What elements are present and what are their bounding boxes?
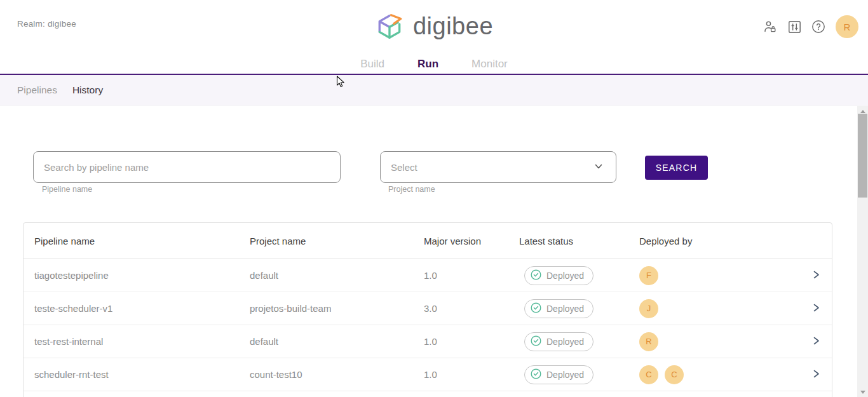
chevron-right-icon [811,270,821,281]
subnav-item-pipelines[interactable]: Pipelines [17,84,57,96]
deployed-by-cell: F [639,266,802,285]
status-label: Deployed [546,271,584,281]
deployer-avatar: C [639,365,658,384]
project-name-helper: Project name [388,185,435,194]
project-name-cell: default [250,336,424,347]
main-nav: Build Run Monitor [0,58,868,71]
check-circle-icon [531,269,541,282]
pipeline-name-helper: Pipeline name [42,185,92,194]
check-circle-icon [531,302,541,315]
deployer-avatar: J [639,299,658,318]
deployed-by-cell: CC [639,365,802,384]
table-row[interactable]: test-rest-internal default 1.0 Deployed … [24,325,832,358]
pipeline-name-cell: tiagotestepipeline [34,270,250,281]
tab-monitor[interactable]: Monitor [471,58,508,71]
deployments-table: Pipeline name Project name Major version… [23,222,832,397]
project-name-cell: default [250,270,424,281]
latest-status-cell: Deployed [519,365,639,384]
col-major-version: Major version [424,236,519,246]
row-chevron[interactable] [802,336,821,347]
status-badge: Deployed [524,365,593,384]
scrollbar-down-arrow[interactable] [857,387,868,397]
table-body: tiagotestepipeline default 1.0 Deployed … [24,259,832,391]
subnav: Pipelines History [0,74,868,105]
chevron-right-icon [811,369,821,380]
chevron-down-icon [593,161,604,174]
row-chevron[interactable] [802,303,821,314]
header: Realm: digibee digibee Build Run Monitor [0,0,868,74]
subnav-item-history[interactable]: History [72,84,103,96]
project-name-cell: projetos-build-team [250,303,424,314]
col-deployed-by: Deployed by [639,236,802,246]
status-label: Deployed [546,337,584,347]
pipeline-name-cell: scheduler-rnt-test [34,369,250,380]
deployer-avatar: F [639,266,658,285]
col-latest-status: Latest status [519,236,639,246]
brand-wordmark: digibee [413,14,493,42]
digibee-run-history-page: Realm: digibee digibee Build Run Monitor [0,0,868,397]
chevron-right-icon [811,336,821,347]
row-chevron[interactable] [802,369,821,380]
header-icons: R [763,15,858,38]
digibee-cube-icon [375,13,404,43]
help-icon[interactable] [811,20,825,34]
tab-build[interactable]: Build [360,58,384,71]
col-pipeline-name: Pipeline name [34,236,250,246]
project-select[interactable]: Select [380,151,616,183]
table-row[interactable]: teste-scheduler-v1 projetos-build-team 3… [24,292,832,325]
row-chevron[interactable] [802,270,821,281]
realm-label: Realm: digibee [17,19,76,29]
status-label: Deployed [546,304,584,314]
latest-status-cell: Deployed [519,266,639,285]
major-version-cell: 1.0 [424,270,519,281]
chevron-right-icon [811,303,821,314]
check-circle-icon [531,368,541,381]
col-project-name: Project name [250,236,424,246]
mouse-cursor [336,76,346,91]
search-button[interactable]: SEARCH [645,156,708,180]
status-badge: Deployed [524,332,593,351]
latest-status-cell: Deployed [519,299,639,318]
latest-status-cell: Deployed [519,332,639,351]
major-version-cell: 1.0 [424,369,519,380]
table-row[interactable]: scheduler-rnt-test count-test10 1.0 Depl… [24,358,832,391]
scrollbar-thumb[interactable] [858,114,867,198]
major-version-cell: 1.0 [424,336,519,347]
table-row[interactable]: tiagotestepipeline default 1.0 Deployed … [24,259,832,292]
pipeline-name-cell: teste-scheduler-v1 [34,303,250,314]
project-select-value: Select [391,162,417,173]
pipeline-name-cell: test-rest-internal [34,336,250,347]
user-lock-icon[interactable] [763,20,777,34]
check-circle-icon [531,335,541,348]
major-version-cell: 3.0 [424,303,519,314]
status-badge: Deployed [524,299,593,318]
deployer-avatar: C [665,365,684,384]
project-name-cell: count-test10 [250,369,424,380]
vertical-scrollbar[interactable] [857,106,868,397]
status-label: Deployed [546,370,584,380]
deployed-by-cell: R [639,332,802,351]
search-input[interactable] [33,151,341,183]
deployer-avatar: R [639,332,658,351]
tab-run[interactable]: Run [417,58,438,71]
release-notes-icon[interactable] [787,20,801,34]
status-badge: Deployed [524,266,593,285]
user-avatar[interactable]: R [836,15,858,38]
table-header-row: Pipeline name Project name Major version… [24,223,832,259]
deployed-by-cell: J [639,299,802,318]
brand-logo: digibee [375,13,493,43]
